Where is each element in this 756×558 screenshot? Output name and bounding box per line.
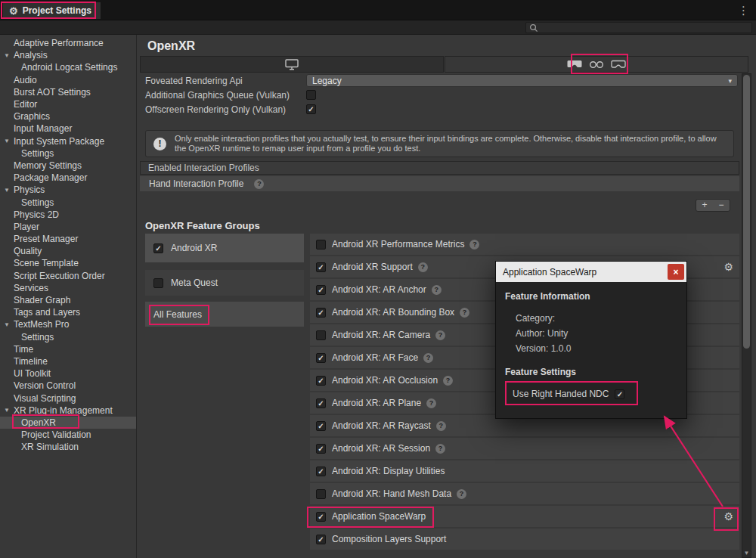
remove-button[interactable]: − (713, 200, 730, 211)
sidebar-item-label: Shader Graph (14, 295, 70, 305)
help-icon[interactable] (254, 179, 264, 189)
info-message-text: Only enable interaction profiles that yo… (175, 134, 726, 153)
sidebar-item-audio[interactable]: Audio (0, 74, 136, 86)
gear-icon[interactable]: ⚙ (723, 511, 733, 522)
sidebar-item-quality[interactable]: Quality (0, 245, 136, 257)
sidebar-item-adaptive-performance[interactable]: Adaptive Performance (0, 37, 136, 49)
feature-checkbox[interactable]: ✓ (316, 512, 326, 522)
help-icon[interactable] (443, 376, 453, 386)
window-tab-project-settings[interactable]: ⚙ Project Settings (3, 2, 101, 19)
sidebar-item-memory-settings[interactable]: Memory Settings (0, 160, 136, 172)
feature-groups-list: ✓Android XRMeta QuestAll Features (145, 234, 304, 551)
feature-row-android-xr-performance-metrics[interactable]: Android XR Performance Metrics (310, 234, 739, 255)
graphics-queue-checkbox[interactable] (306, 90, 316, 100)
foldout-arrow-icon[interactable]: ▼ (4, 407, 14, 414)
help-icon[interactable] (457, 489, 466, 499)
feature-checkbox[interactable]: ✓ (316, 376, 326, 386)
gear-icon[interactable]: ⚙ (723, 262, 733, 272)
foveated-rendering-dropdown[interactable]: Legacy ▾ (306, 74, 738, 87)
help-icon[interactable] (460, 308, 469, 318)
sidebar-item-script-execution-order[interactable]: Script Execution Order (0, 270, 136, 282)
sidebar-item-ui-toolkit[interactable]: UI Toolkit (0, 367, 136, 380)
feature-checkbox[interactable]: ✓ (316, 535, 326, 544)
vertical-scrollbar[interactable]: ▼ (742, 73, 751, 558)
feature-checkbox[interactable]: ✓ (316, 398, 326, 408)
sidebar-item-package-manager[interactable]: Package Manager (0, 172, 136, 184)
sidebar-item-burst-aot-settings[interactable]: Burst AOT Settings (0, 86, 136, 98)
feature-group-all-features[interactable]: All Features (145, 302, 304, 327)
feature-checkbox[interactable]: ✓ (316, 285, 326, 295)
sidebar-item-shader-graph[interactable]: Shader Graph (0, 294, 136, 306)
sidebar-item-services[interactable]: Services (0, 282, 136, 294)
sidebar-item-physics[interactable]: ▼Physics (0, 184, 136, 196)
tab-pc-platform[interactable] (140, 56, 444, 73)
sidebar-item-project-validation[interactable]: Project Validation (0, 429, 136, 441)
help-icon[interactable] (432, 285, 442, 295)
sidebar-item-version-control[interactable]: Version Control (0, 380, 136, 392)
feature-group-meta-quest[interactable]: Meta Quest (145, 270, 304, 296)
add-button[interactable]: + (696, 200, 713, 211)
feature-row-application-spacewarp[interactable]: ✓Application SpaceWarp⚙ (310, 506, 739, 527)
sidebar-item-input-system-package[interactable]: ▼Input System Package (0, 135, 136, 147)
scrollbar-thumb[interactable] (743, 75, 750, 349)
feature-checkbox[interactable]: ✓ (316, 262, 326, 272)
sidebar-item-graphics[interactable]: Graphics (0, 110, 136, 122)
sidebar-item-textmesh-pro[interactable]: ▼TextMesh Pro (0, 318, 136, 330)
sidebar-item-player[interactable]: Player (0, 221, 136, 233)
sidebar-item-xr-plug-in-management[interactable]: ▼XR Plug-in Management (0, 405, 136, 417)
sidebar-item-settings[interactable]: Settings (0, 331, 136, 343)
sidebar-item-preset-manager[interactable]: Preset Manager (0, 233, 136, 245)
sidebar-item-settings[interactable]: Settings (0, 147, 136, 160)
feature-group-android-xr[interactable]: ✓Android XR (145, 234, 304, 262)
search-box[interactable] (525, 22, 752, 33)
sidebar-item-input-manager[interactable]: Input Manager (0, 122, 136, 135)
popup-title: Application SpaceWarp (496, 267, 668, 277)
sidebar-item-analysis[interactable]: ▼Analysis (0, 49, 136, 61)
help-icon[interactable] (435, 330, 445, 340)
sidebar-item-openxr[interactable]: OpenXR (0, 417, 136, 429)
sidebar-item-xr-simulation[interactable]: XR Simulation (0, 441, 136, 453)
sidebar-item-time[interactable]: Time (0, 343, 136, 355)
feature-checkbox[interactable]: ✓ (316, 353, 326, 363)
offscreen-rendering-checkbox[interactable]: ✓ (306, 104, 316, 114)
scrollbar-down-arrow-icon[interactable]: ▼ (742, 550, 751, 556)
sidebar-item-settings[interactable]: Settings (0, 196, 136, 208)
sidebar-item-label: Settings (21, 148, 54, 159)
feature-checkbox[interactable]: ✓ (316, 421, 326, 431)
help-icon[interactable] (436, 421, 446, 431)
sidebar-item-tags-and-layers[interactable]: Tags and Layers (0, 306, 136, 318)
help-icon[interactable] (423, 353, 433, 363)
close-icon[interactable]: × (668, 264, 684, 280)
feature-checkbox[interactable] (316, 330, 326, 340)
foldout-arrow-icon[interactable]: ▼ (4, 321, 14, 328)
sidebar-item-visual-scripting[interactable]: Visual Scripting (0, 392, 136, 404)
use-right-handed-ndc-checkbox[interactable]: ✓ (615, 389, 624, 399)
foldout-arrow-icon[interactable]: ▼ (4, 138, 14, 144)
feature-row-android-xr-hand-mesh-data[interactable]: Android XR: Hand Mesh Data (310, 483, 739, 504)
feature-group-checkbox[interactable] (153, 278, 163, 288)
help-icon[interactable] (435, 444, 445, 454)
tab-android-xr-platform[interactable] (445, 56, 748, 73)
feature-row-composition-layers-support[interactable]: ✓Composition Layers Support (310, 529, 739, 550)
search-input[interactable] (541, 23, 748, 33)
feature-checkbox[interactable]: ✓ (316, 308, 326, 318)
sidebar-item-editor[interactable]: Editor (0, 98, 136, 110)
feature-checkbox[interactable]: ✓ (316, 444, 326, 454)
window-menu-icon[interactable]: ⋮ (738, 4, 749, 17)
interaction-profile-row[interactable]: Hand Interaction Profile (140, 176, 739, 191)
foldout-arrow-icon[interactable]: ▼ (4, 187, 14, 194)
feature-checkbox[interactable]: ✓ (316, 467, 326, 476)
sidebar-item-timeline[interactable]: Timeline (0, 355, 136, 367)
help-icon[interactable] (426, 398, 436, 408)
feature-row-android-xr-ar-session[interactable]: ✓Android XR: AR Session (310, 438, 739, 459)
feature-row-android-xr-display-utilities[interactable]: ✓Android XR: Display Utilities (310, 460, 739, 482)
sidebar-item-physics-2d[interactable]: Physics 2D (0, 209, 136, 221)
feature-checkbox[interactable] (316, 240, 326, 250)
feature-checkbox[interactable] (316, 489, 326, 499)
help-icon[interactable] (418, 262, 428, 272)
sidebar-item-android-logcat-settings[interactable]: Android Logcat Settings (0, 61, 136, 73)
foldout-arrow-icon[interactable]: ▼ (4, 52, 14, 59)
sidebar-item-scene-template[interactable]: Scene Template (0, 257, 136, 269)
help-icon[interactable] (469, 240, 479, 250)
feature-group-checkbox[interactable]: ✓ (153, 243, 163, 253)
